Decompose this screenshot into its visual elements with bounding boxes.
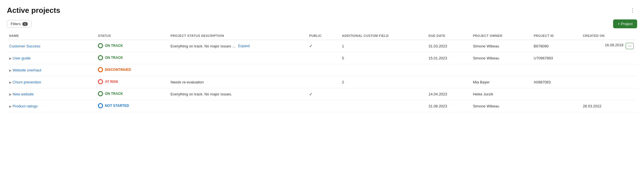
project-custom-field-cell: 5	[340, 52, 426, 64]
status-dot	[98, 103, 103, 108]
project-custom-field-cell	[340, 100, 426, 112]
filters-button[interactable]: Filters 1	[7, 20, 31, 28]
project-created-cell	[580, 64, 637, 76]
project-due-date-cell	[426, 64, 471, 76]
status-badge: AT RISK	[98, 79, 118, 84]
project-name-link[interactable]: Website overhaul	[13, 68, 41, 72]
table-row: ▶User guide ON TRACK 515.01.2023Simone W…	[7, 52, 637, 64]
expand-arrow[interactable]: ▶	[9, 57, 11, 60]
project-owner-cell: Simone Wibeau	[471, 52, 531, 64]
project-due-date-cell	[426, 76, 471, 88]
project-name-cell: ▶Churn prevention	[7, 76, 96, 88]
project-custom-field-cell	[340, 88, 426, 100]
col-header-description: PROJECT STATUS DESCRIPTION	[168, 32, 307, 40]
status-badge: ON TRACK	[98, 55, 123, 60]
project-description-cell: Everything on track. No major issues o..…	[168, 40, 307, 52]
project-name-link[interactable]: Product ratings	[13, 104, 37, 108]
project-name-cell: ▶New website	[7, 88, 96, 100]
col-header-owner: PROJECT OWNER	[471, 32, 531, 40]
table-row: ▶Website overhaul DISCONTINUED	[7, 64, 637, 76]
project-custom-field-cell	[340, 64, 426, 76]
page-header: Active projects ⋮	[7, 6, 637, 15]
project-status-cell: NOT STARTED	[96, 100, 168, 112]
project-status-cell: ON TRACK	[96, 88, 168, 100]
add-project-button[interactable]: + Project	[613, 19, 637, 28]
project-status-cell: ON TRACK	[96, 40, 168, 52]
page-title: Active projects	[7, 6, 60, 15]
status-text: ON TRACK	[105, 44, 123, 48]
col-header-status: STATUS	[96, 32, 168, 40]
project-id-cell: U70967893	[532, 52, 581, 64]
status-dot	[98, 79, 103, 84]
project-status-cell: ON TRACK	[96, 52, 168, 64]
projects-table-container: NAME STATUS PROJECT STATUS DESCRIPTION P…	[7, 32, 637, 112]
project-public-cell	[307, 76, 339, 88]
filters-label: Filters	[11, 22, 21, 26]
project-name-link[interactable]: Customer Success	[9, 44, 40, 48]
project-description-cell	[168, 52, 307, 64]
project-id-cell	[532, 100, 581, 112]
page-menu-button[interactable]: ⋮	[628, 6, 637, 15]
status-dot	[98, 91, 103, 96]
project-due-date-cell: 15.01.2023	[426, 52, 471, 64]
project-owner-cell: Simone Wibeau	[471, 40, 531, 52]
project-name-link[interactable]: New website	[13, 92, 34, 96]
project-public-cell	[307, 64, 339, 76]
project-description-cell: Needs re-evaluation	[168, 76, 307, 88]
public-check-icon: ✓	[309, 43, 313, 48]
description-text: Everything on track. No major issues.	[171, 92, 232, 96]
status-text: NOT STARTED	[105, 104, 129, 108]
status-badge: ON TRACK	[98, 91, 123, 96]
expand-arrow[interactable]: ▶	[9, 105, 11, 108]
project-created-cell: 28.03.2022	[580, 100, 637, 112]
project-id-cell: B678090	[532, 40, 581, 52]
expand-description-link[interactable]: Expand	[238, 44, 250, 48]
status-badge: NOT STARTED	[98, 103, 129, 108]
project-public-cell: ✓	[307, 40, 339, 52]
row-actions: 16.08.2019 ⋯	[583, 43, 634, 49]
col-header-due-date: DUE DATE	[426, 32, 471, 40]
project-public-cell: ✓	[307, 88, 339, 100]
project-status-cell: DISCONTINUED	[96, 64, 168, 76]
col-header-public: PUBLIC	[307, 32, 339, 40]
project-due-date-cell: 31.03.2023	[426, 40, 471, 52]
project-due-date-cell: 31.08.2023	[426, 100, 471, 112]
table-row: Customer Success ON TRACK Everything on …	[7, 40, 637, 52]
project-name-cell: ▶Product ratings	[7, 100, 96, 112]
project-id-cell	[532, 64, 581, 76]
project-public-cell	[307, 100, 339, 112]
project-created-cell: 16.08.2019 ⋯	[580, 40, 637, 52]
created-on-text: 16.08.2019	[605, 43, 623, 49]
project-name-link[interactable]: Churn prevention	[13, 80, 41, 84]
project-description-cell	[168, 64, 307, 76]
project-name-cell: ▶User guide	[7, 52, 96, 64]
project-owner-cell: Mia Bayer	[471, 76, 531, 88]
status-text: AT RISK	[105, 80, 118, 84]
row-menu-button[interactable]: ⋯	[626, 43, 634, 49]
toolbar: Filters 1 + Project	[7, 19, 637, 28]
col-header-created-on: CREATED ON	[580, 32, 637, 40]
description-text-cell: Needs re-evaluation	[171, 80, 251, 84]
project-created-cell	[580, 88, 637, 100]
expand-arrow[interactable]: ▶	[9, 81, 11, 84]
project-id-cell: A0987083	[532, 76, 581, 88]
table-row: ▶Churn prevention AT RISK Needs re-evalu…	[7, 76, 637, 88]
project-owner-cell: Heike Jurzik	[471, 88, 531, 100]
description-text: Needs re-evaluation	[171, 80, 204, 84]
project-public-cell	[307, 52, 339, 64]
expand-arrow[interactable]: ▶	[9, 93, 11, 96]
status-text: ON TRACK	[105, 56, 123, 60]
status-text: DISCONTINUED	[105, 68, 131, 72]
project-name-cell: ▶Website overhaul	[7, 64, 96, 76]
project-id-cell	[532, 88, 581, 100]
project-name-cell: Customer Success	[7, 40, 96, 52]
col-header-project-id: PROJECT ID	[532, 32, 581, 40]
expand-arrow[interactable]: ▶	[9, 69, 11, 72]
project-description-cell: Everything on track. No major issues.	[168, 88, 307, 100]
col-header-custom: ADDITIONAL CUSTOM FIELD	[340, 32, 426, 40]
project-due-date-cell: 14.04.2023	[426, 88, 471, 100]
project-name-link[interactable]: User guide	[13, 56, 31, 60]
project-status-cell: AT RISK	[96, 76, 168, 88]
project-owner-cell: Simone Wibeau	[471, 100, 531, 112]
table-row: ▶Product ratings NOT STARTED 31.08.2023S…	[7, 100, 637, 112]
